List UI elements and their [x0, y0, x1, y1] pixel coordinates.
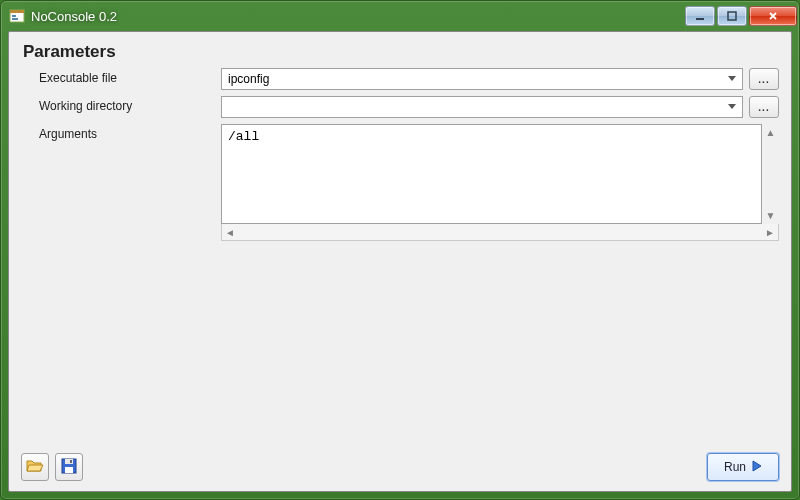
row-executable: Executable file ipconfig ...: [21, 68, 779, 90]
horizontal-scrollbar[interactable]: ◄ ►: [221, 224, 779, 241]
row-workdir: Working directory ...: [21, 96, 779, 118]
svg-rect-3: [12, 18, 18, 20]
chevron-down-icon[interactable]: [724, 70, 740, 88]
arguments-textarea[interactable]: [221, 124, 762, 224]
row-arguments: Arguments ▲ ▼ ◄ ►: [21, 124, 779, 241]
svg-rect-4: [696, 18, 704, 20]
window-controls: [683, 6, 797, 26]
executable-combo[interactable]: ipconfig: [221, 68, 743, 90]
minimize-button[interactable]: [685, 6, 715, 26]
close-button[interactable]: [749, 6, 797, 26]
section-title: Parameters: [23, 42, 779, 62]
titlebar[interactable]: NoConsole 0.2: [1, 1, 799, 31]
executable-value: ipconfig: [228, 72, 724, 86]
label-workdir: Working directory: [21, 96, 221, 113]
app-icon: [9, 8, 25, 24]
save-button[interactable]: [55, 453, 83, 481]
app-window: NoConsole 0.2 Parameters Executable file…: [0, 0, 800, 500]
label-executable: Executable file: [21, 68, 221, 85]
run-label: Run: [724, 460, 746, 474]
browse-workdir-button[interactable]: ...: [749, 96, 779, 118]
maximize-button[interactable]: [717, 6, 747, 26]
workdir-combo[interactable]: [221, 96, 743, 118]
browse-executable-button[interactable]: ...: [749, 68, 779, 90]
svg-rect-8: [65, 467, 73, 473]
chevron-down-icon[interactable]: [724, 98, 740, 116]
label-arguments: Arguments: [21, 124, 221, 141]
client-area: Parameters Executable file ipconfig ... …: [8, 31, 792, 492]
open-button[interactable]: [21, 453, 49, 481]
svg-rect-2: [12, 15, 16, 17]
parameters-form: Executable file ipconfig ... Working dir…: [21, 68, 779, 241]
window-title: NoConsole 0.2: [31, 9, 683, 24]
scroll-up-icon: ▲: [766, 127, 776, 138]
svg-rect-5: [728, 12, 736, 20]
scroll-down-icon: ▼: [766, 210, 776, 221]
vertical-scrollbar[interactable]: ▲ ▼: [762, 124, 779, 224]
svg-rect-9: [70, 460, 72, 463]
scroll-right-icon: ►: [765, 227, 775, 238]
svg-rect-1: [10, 10, 24, 13]
folder-open-icon: [26, 458, 44, 477]
run-button[interactable]: Run: [707, 453, 779, 481]
floppy-disk-icon: [61, 458, 77, 477]
play-icon: [752, 460, 762, 475]
bottom-toolbar: Run: [21, 453, 779, 481]
scroll-left-icon: ◄: [225, 227, 235, 238]
